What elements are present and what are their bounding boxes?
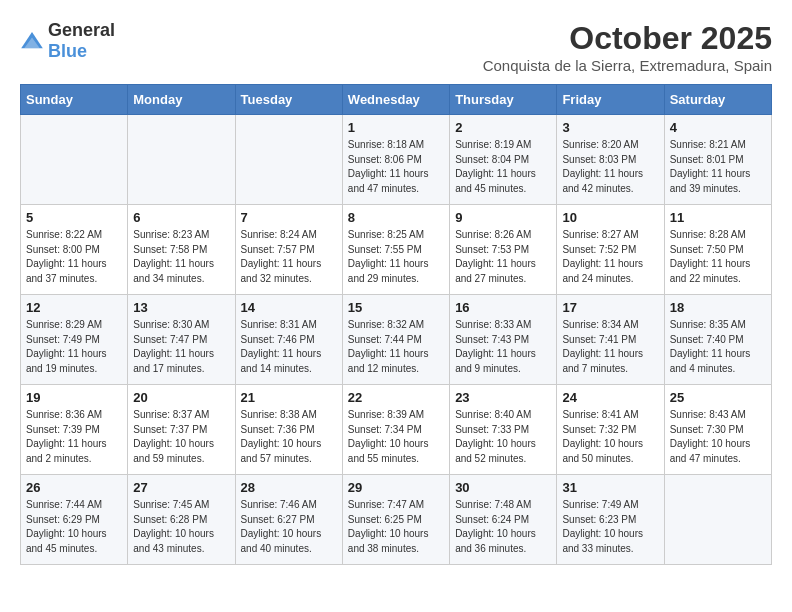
calendar-day-cell: 14Sunrise: 8:31 AM Sunset: 7:46 PM Dayli… bbox=[235, 295, 342, 385]
calendar-day-cell: 20Sunrise: 8:37 AM Sunset: 7:37 PM Dayli… bbox=[128, 385, 235, 475]
calendar-day-cell: 30Sunrise: 7:48 AM Sunset: 6:24 PM Dayli… bbox=[450, 475, 557, 565]
day-number: 18 bbox=[670, 300, 766, 315]
day-info: Sunrise: 8:30 AM Sunset: 7:47 PM Dayligh… bbox=[133, 318, 229, 376]
day-number: 24 bbox=[562, 390, 658, 405]
calendar-day-cell: 16Sunrise: 8:33 AM Sunset: 7:43 PM Dayli… bbox=[450, 295, 557, 385]
calendar-day-cell: 3Sunrise: 8:20 AM Sunset: 8:03 PM Daylig… bbox=[557, 115, 664, 205]
calendar-header-row: SundayMondayTuesdayWednesdayThursdayFrid… bbox=[21, 85, 772, 115]
calendar-day-cell: 13Sunrise: 8:30 AM Sunset: 7:47 PM Dayli… bbox=[128, 295, 235, 385]
day-number: 20 bbox=[133, 390, 229, 405]
day-number: 26 bbox=[26, 480, 122, 495]
day-info: Sunrise: 8:31 AM Sunset: 7:46 PM Dayligh… bbox=[241, 318, 337, 376]
calendar-day-cell bbox=[664, 475, 771, 565]
day-info: Sunrise: 8:34 AM Sunset: 7:41 PM Dayligh… bbox=[562, 318, 658, 376]
logo-general: General bbox=[48, 20, 115, 40]
logo-blue: Blue bbox=[48, 41, 87, 61]
day-number: 28 bbox=[241, 480, 337, 495]
calendar-week-row: 19Sunrise: 8:36 AM Sunset: 7:39 PM Dayli… bbox=[21, 385, 772, 475]
day-number: 8 bbox=[348, 210, 444, 225]
calendar-day-cell: 7Sunrise: 8:24 AM Sunset: 7:57 PM Daylig… bbox=[235, 205, 342, 295]
calendar-day-cell: 29Sunrise: 7:47 AM Sunset: 6:25 PM Dayli… bbox=[342, 475, 449, 565]
day-info: Sunrise: 8:40 AM Sunset: 7:33 PM Dayligh… bbox=[455, 408, 551, 466]
day-info: Sunrise: 8:38 AM Sunset: 7:36 PM Dayligh… bbox=[241, 408, 337, 466]
location-subtitle: Conquista de la Sierra, Extremadura, Spa… bbox=[483, 57, 772, 74]
day-number: 3 bbox=[562, 120, 658, 135]
day-info: Sunrise: 8:18 AM Sunset: 8:06 PM Dayligh… bbox=[348, 138, 444, 196]
calendar-day-cell: 27Sunrise: 7:45 AM Sunset: 6:28 PM Dayli… bbox=[128, 475, 235, 565]
day-number: 21 bbox=[241, 390, 337, 405]
day-info: Sunrise: 8:39 AM Sunset: 7:34 PM Dayligh… bbox=[348, 408, 444, 466]
calendar-week-row: 5Sunrise: 8:22 AM Sunset: 8:00 PM Daylig… bbox=[21, 205, 772, 295]
calendar-day-header: Monday bbox=[128, 85, 235, 115]
day-info: Sunrise: 8:27 AM Sunset: 7:52 PM Dayligh… bbox=[562, 228, 658, 286]
day-number: 22 bbox=[348, 390, 444, 405]
day-info: Sunrise: 7:44 AM Sunset: 6:29 PM Dayligh… bbox=[26, 498, 122, 556]
day-info: Sunrise: 8:43 AM Sunset: 7:30 PM Dayligh… bbox=[670, 408, 766, 466]
calendar-day-cell: 17Sunrise: 8:34 AM Sunset: 7:41 PM Dayli… bbox=[557, 295, 664, 385]
calendar-day-cell: 19Sunrise: 8:36 AM Sunset: 7:39 PM Dayli… bbox=[21, 385, 128, 475]
day-number: 2 bbox=[455, 120, 551, 135]
calendar-day-cell: 9Sunrise: 8:26 AM Sunset: 7:53 PM Daylig… bbox=[450, 205, 557, 295]
calendar-day-cell: 22Sunrise: 8:39 AM Sunset: 7:34 PM Dayli… bbox=[342, 385, 449, 475]
day-number: 5 bbox=[26, 210, 122, 225]
calendar-day-header: Tuesday bbox=[235, 85, 342, 115]
calendar-day-cell: 31Sunrise: 7:49 AM Sunset: 6:23 PM Dayli… bbox=[557, 475, 664, 565]
logo: General Blue bbox=[20, 20, 115, 62]
day-number: 16 bbox=[455, 300, 551, 315]
day-info: Sunrise: 8:23 AM Sunset: 7:58 PM Dayligh… bbox=[133, 228, 229, 286]
day-info: Sunrise: 8:21 AM Sunset: 8:01 PM Dayligh… bbox=[670, 138, 766, 196]
calendar-day-cell: 6Sunrise: 8:23 AM Sunset: 7:58 PM Daylig… bbox=[128, 205, 235, 295]
calendar-day-cell: 18Sunrise: 8:35 AM Sunset: 7:40 PM Dayli… bbox=[664, 295, 771, 385]
calendar-table: SundayMondayTuesdayWednesdayThursdayFrid… bbox=[20, 84, 772, 565]
day-number: 6 bbox=[133, 210, 229, 225]
calendar-day-cell: 11Sunrise: 8:28 AM Sunset: 7:50 PM Dayli… bbox=[664, 205, 771, 295]
day-number: 19 bbox=[26, 390, 122, 405]
day-number: 12 bbox=[26, 300, 122, 315]
day-number: 7 bbox=[241, 210, 337, 225]
calendar-day-cell: 12Sunrise: 8:29 AM Sunset: 7:49 PM Dayli… bbox=[21, 295, 128, 385]
logo-icon bbox=[20, 29, 44, 53]
day-info: Sunrise: 7:49 AM Sunset: 6:23 PM Dayligh… bbox=[562, 498, 658, 556]
day-number: 11 bbox=[670, 210, 766, 225]
day-number: 30 bbox=[455, 480, 551, 495]
day-number: 13 bbox=[133, 300, 229, 315]
day-number: 29 bbox=[348, 480, 444, 495]
day-number: 27 bbox=[133, 480, 229, 495]
calendar-day-cell: 24Sunrise: 8:41 AM Sunset: 7:32 PM Dayli… bbox=[557, 385, 664, 475]
calendar-body: 1Sunrise: 8:18 AM Sunset: 8:06 PM Daylig… bbox=[21, 115, 772, 565]
day-info: Sunrise: 7:45 AM Sunset: 6:28 PM Dayligh… bbox=[133, 498, 229, 556]
day-number: 1 bbox=[348, 120, 444, 135]
day-number: 10 bbox=[562, 210, 658, 225]
calendar-day-cell: 8Sunrise: 8:25 AM Sunset: 7:55 PM Daylig… bbox=[342, 205, 449, 295]
day-info: Sunrise: 8:32 AM Sunset: 7:44 PM Dayligh… bbox=[348, 318, 444, 376]
calendar-day-header: Wednesday bbox=[342, 85, 449, 115]
calendar-week-row: 12Sunrise: 8:29 AM Sunset: 7:49 PM Dayli… bbox=[21, 295, 772, 385]
day-number: 31 bbox=[562, 480, 658, 495]
day-number: 17 bbox=[562, 300, 658, 315]
calendar-day-cell bbox=[235, 115, 342, 205]
calendar-day-header: Friday bbox=[557, 85, 664, 115]
calendar-day-cell: 23Sunrise: 8:40 AM Sunset: 7:33 PM Dayli… bbox=[450, 385, 557, 475]
day-number: 4 bbox=[670, 120, 766, 135]
day-info: Sunrise: 8:20 AM Sunset: 8:03 PM Dayligh… bbox=[562, 138, 658, 196]
day-info: Sunrise: 8:25 AM Sunset: 7:55 PM Dayligh… bbox=[348, 228, 444, 286]
calendar-day-cell: 21Sunrise: 8:38 AM Sunset: 7:36 PM Dayli… bbox=[235, 385, 342, 475]
calendar-day-header: Saturday bbox=[664, 85, 771, 115]
day-number: 14 bbox=[241, 300, 337, 315]
day-info: Sunrise: 8:29 AM Sunset: 7:49 PM Dayligh… bbox=[26, 318, 122, 376]
day-info: Sunrise: 7:48 AM Sunset: 6:24 PM Dayligh… bbox=[455, 498, 551, 556]
day-number: 25 bbox=[670, 390, 766, 405]
day-info: Sunrise: 8:37 AM Sunset: 7:37 PM Dayligh… bbox=[133, 408, 229, 466]
calendar-day-cell: 5Sunrise: 8:22 AM Sunset: 8:00 PM Daylig… bbox=[21, 205, 128, 295]
day-number: 15 bbox=[348, 300, 444, 315]
calendar-day-cell bbox=[21, 115, 128, 205]
calendar-day-cell: 28Sunrise: 7:46 AM Sunset: 6:27 PM Dayli… bbox=[235, 475, 342, 565]
calendar-day-cell: 2Sunrise: 8:19 AM Sunset: 8:04 PM Daylig… bbox=[450, 115, 557, 205]
calendar-week-row: 1Sunrise: 8:18 AM Sunset: 8:06 PM Daylig… bbox=[21, 115, 772, 205]
calendar-day-cell: 26Sunrise: 7:44 AM Sunset: 6:29 PM Dayli… bbox=[21, 475, 128, 565]
calendar-day-cell: 1Sunrise: 8:18 AM Sunset: 8:06 PM Daylig… bbox=[342, 115, 449, 205]
calendar-day-header: Sunday bbox=[21, 85, 128, 115]
day-info: Sunrise: 8:22 AM Sunset: 8:00 PM Dayligh… bbox=[26, 228, 122, 286]
day-info: Sunrise: 8:19 AM Sunset: 8:04 PM Dayligh… bbox=[455, 138, 551, 196]
month-title: October 2025 bbox=[483, 20, 772, 57]
